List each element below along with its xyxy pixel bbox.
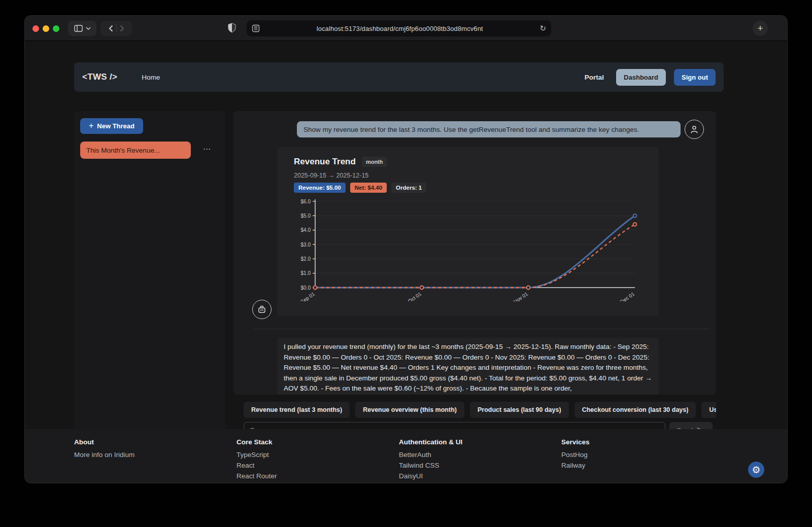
- threads-sidebar: + New Thread This Month's Revenue... ⋯: [74, 111, 225, 449]
- sign-out-button[interactable]: Sign out: [674, 69, 716, 86]
- footer-heading: Authentication & UI: [399, 438, 561, 446]
- assistant-message: I pulled your revenue trend (monthly) fo…: [277, 338, 659, 395]
- svg-text:$6.0: $6.0: [301, 199, 311, 204]
- svg-text:Dec 01: Dec 01: [619, 291, 636, 301]
- svg-text:Oct 01: Oct 01: [407, 291, 423, 301]
- app-navbar: <TWS /> Home Portal Dashboard Sign out: [74, 62, 724, 92]
- dashboard-button[interactable]: Dashboard: [616, 69, 666, 86]
- date-range: 2025-09-15 → 2025-12-15: [294, 172, 368, 179]
- new-thread-label: New Thread: [97, 122, 134, 130]
- app-logo[interactable]: <TWS />: [82, 72, 117, 82]
- footer-link[interactable]: React Router: [236, 471, 399, 481]
- suggestion-chip[interactable]: Revenue overview (this month): [355, 402, 464, 418]
- browser-toolbar: localhost:5173/dashboard/cmj6fp6oo0008tb…: [25, 16, 787, 41]
- url-bar[interactable]: localhost:5173/dashboard/cmj6fp6oo0008tb…: [247, 20, 551, 37]
- summary-badges: Revenue: $5.00 Net: $4.40 Orders: 1: [294, 183, 426, 193]
- back-button[interactable]: [109, 25, 113, 32]
- message-divider: [254, 329, 709, 329]
- privacy-shield-icon[interactable]: [227, 22, 237, 33]
- robot-icon: [256, 304, 267, 315]
- chart-title: Revenue Trend: [294, 157, 356, 167]
- footer-heading: About: [74, 438, 236, 446]
- svg-text:$5.0: $5.0: [301, 213, 311, 219]
- gear-icon: ⚙: [752, 464, 760, 476]
- thread-list-item[interactable]: This Month's Revenue...: [80, 142, 191, 159]
- url-text[interactable]: localhost:5173/dashboard/cmj6fp6oo0008tb…: [260, 25, 539, 32]
- zoom-window-button[interactable]: [53, 25, 59, 32]
- granularity-badge: month: [362, 157, 387, 167]
- footer-heading: Services: [561, 438, 724, 446]
- page: <TWS /> Home Portal Dashboard Sign out +…: [25, 41, 788, 483]
- svg-text:$3.0: $3.0: [301, 242, 311, 248]
- footer-link[interactable]: DaisyUI: [399, 471, 561, 481]
- svg-text:$4.0: $4.0: [301, 227, 311, 233]
- revenue-trend-card: Revenue Trend month 2025-09-15 → 2025-12…: [277, 147, 659, 316]
- footer-link[interactable]: BetterAuth: [399, 449, 561, 460]
- suggestion-chip[interactable]: Revenue trend (last 3 months): [244, 402, 350, 418]
- revenue-badge: Revenue: $5.00: [294, 183, 346, 193]
- history-nav-group: [100, 21, 132, 36]
- footer-link[interactable]: More info on Iridium: [74, 449, 236, 460]
- browser-window: localhost:5173/dashboard/cmj6fp6oo0008tb…: [24, 15, 788, 483]
- svg-text:$2.0: $2.0: [301, 256, 311, 262]
- user-avatar: [685, 120, 704, 139]
- forward-button[interactable]: [120, 25, 124, 32]
- thread-title: This Month's Revenue...: [86, 147, 160, 154]
- user-message-bubble: Show my revenue trend for the last 3 mon…: [297, 121, 681, 137]
- suggestion-chip[interactable]: User growth: [701, 402, 716, 418]
- chevron-down-icon: [86, 27, 91, 30]
- suggestion-chip[interactable]: Checkout conversion (last 30 days): [574, 402, 696, 418]
- plus-icon: +: [89, 121, 93, 130]
- svg-text:$0.0: $0.0: [301, 285, 311, 291]
- nav-link-home[interactable]: Home: [142, 74, 160, 81]
- revenue-trend-chart: $0.0$1.0$2.0$3.0$4.0$5.0$6.0Sep 01Oct 01…: [294, 197, 645, 301]
- footer-link[interactable]: Tailwind CSS: [399, 460, 561, 471]
- messages-panel: Show my revenue trend for the last 3 mon…: [233, 111, 716, 395]
- svg-text:Nov 01: Nov 01: [513, 291, 529, 301]
- thread-menu-button[interactable]: ⋯: [200, 143, 214, 156]
- footer-column: ServicesPostHogRailway: [561, 438, 724, 481]
- footer-link[interactable]: PostHog: [561, 449, 724, 460]
- new-thread-button[interactable]: + New Thread: [80, 118, 143, 134]
- footer-column: AboutMore info on Iridium: [74, 438, 236, 481]
- sidebar-icon: [74, 25, 83, 32]
- reload-icon[interactable]: ↻: [539, 24, 546, 33]
- person-icon: [689, 124, 699, 134]
- chat-main: Show my revenue trend for the last 3 mon…: [233, 111, 716, 449]
- footer-link[interactable]: Railway: [561, 460, 724, 471]
- footer-column: Authentication & UIBetterAuthTailwind CS…: [399, 438, 561, 481]
- minimize-window-button[interactable]: [43, 25, 49, 32]
- new-tab-button[interactable]: +: [753, 21, 768, 36]
- svg-text:$1.0: $1.0: [301, 270, 311, 276]
- orders-badge: Orders: 1: [391, 183, 426, 193]
- svg-text:Sep 01: Sep 01: [299, 291, 316, 301]
- sidebar-toggle-button[interactable]: [68, 21, 96, 36]
- page-footer: AboutMore info on IridiumCore StackTypeS…: [25, 429, 788, 483]
- footer-column: Core StackTypeScriptReactReact Router: [236, 438, 399, 481]
- net-badge: Net: $4.40: [350, 183, 387, 193]
- assistant-avatar: [252, 300, 272, 319]
- nav-link-portal[interactable]: Portal: [585, 74, 604, 81]
- footer-heading: Core Stack: [236, 438, 399, 446]
- suggestion-chips-row: Revenue trend (last 3 months)Revenue ove…: [233, 402, 716, 418]
- footer-link[interactable]: React: [236, 460, 399, 471]
- nav-divider: [116, 24, 117, 32]
- close-window-button[interactable]: [32, 25, 39, 32]
- suggestion-chip[interactable]: Product sales (last 90 days): [470, 402, 569, 418]
- footer-link[interactable]: TypeScript: [236, 449, 399, 460]
- reader-mode-icon[interactable]: [252, 24, 260, 32]
- settings-fab[interactable]: ⚙: [748, 462, 764, 478]
- footer-columns: AboutMore info on IridiumCore StackTypeS…: [74, 438, 724, 481]
